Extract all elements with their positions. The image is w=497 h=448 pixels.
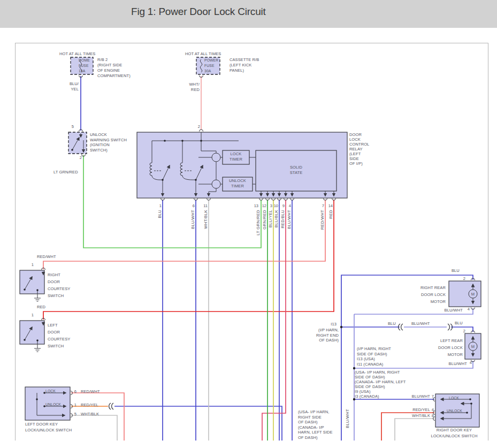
solid-state-label: SOLID STATE — [256, 165, 337, 176]
left-rear-motor-label: LEFT REAR DOOR LOCK MOTOR — [423, 337, 463, 358]
ignition-pin-in: 5 — [69, 124, 74, 129]
left-courtesy-label: LEFT DOOR COURTESY SWITCH — [48, 322, 70, 350]
unlock-warning-switch-label: UNLOCK WARNING SWITCH (IGNITION SWITCH) — [90, 132, 127, 153]
wire-label-vertical: BLU — [157, 210, 162, 218]
wire-label-vertical: RED/WHT — [320, 210, 325, 230]
wire-label-vertical: BLU/WHT — [287, 210, 292, 229]
right-courtesy-pin: 1 — [29, 262, 34, 267]
left-courtesy-pin: 1 — [29, 313, 34, 317]
wire-label-blu-wht: BLU/WHT — [411, 321, 430, 326]
ignition-pin-out: 2 — [77, 155, 82, 160]
motor-pin: 4 — [465, 307, 470, 312]
diagram-frame: HOT AT ALL TIMES DOME FUSE 15A R/B 2 (RI… — [15, 43, 488, 441]
wire-label-vertical: RED — [328, 210, 333, 219]
left-key-pin: 6 — [72, 389, 77, 394]
left-key-switch-label: LEFT DOOR KEY LOCK/UNLOCK SWITCH — [25, 422, 72, 433]
right-rear-motor-label: RIGHT REAR DOOR LOCK MOTOR — [407, 284, 446, 305]
wire-label-vertical: GRN/RED — [262, 210, 267, 230]
motor-m: M — [471, 344, 475, 350]
right-key-unlock-label: UNLOCK — [447, 408, 462, 414]
relay-pin-number: 11 — [203, 203, 208, 208]
harness-note: (I/P HARN, RIGHT SIDE OF DASH) I13 (USA)… — [357, 346, 391, 367]
wire-wht-blk-left-key — [71, 415, 117, 441]
wire-label-blu: BLU — [455, 321, 463, 326]
lock-timer-label: LOCK TIMER — [223, 151, 249, 162]
hot-at-all-times-label: HOT AT ALL TIMES — [59, 51, 95, 57]
dome-fuse-location: R/B 2 (RIGHT SIDE OF ENGINE COMPARTMENT) — [97, 57, 131, 79]
wire-label: RED/YEL — [404, 407, 430, 413]
relay-pin-number: 1 — [157, 203, 162, 208]
relay-pin-number: 10 — [273, 203, 278, 208]
right-courtesy-label: RIGHT DOOR COURTESY SWITCH — [48, 271, 70, 299]
wire-red-blu-pin9 — [262, 200, 286, 441]
left-courtesy-switch-box — [20, 321, 44, 344]
wire-label-vertical: BLU/WHT — [345, 409, 350, 428]
right-key-pin: 4 — [430, 407, 434, 412]
right-key-pin: 8 — [430, 413, 434, 418]
unlock-timer-label: UNLOCK TIMER — [223, 178, 253, 189]
left-key-pin: 5 — [72, 412, 77, 416]
unlock-warning-switch-box — [68, 132, 87, 154]
relay-pin-number: 7 — [319, 203, 324, 208]
wire-label-blu-wht: BLU/WHT — [435, 308, 463, 313]
connector-symbol — [109, 403, 113, 409]
internal-schematic — [25, 59, 477, 419]
relay-pin-number: 12 — [262, 203, 266, 208]
wire-label-blu: BLU — [452, 268, 460, 274]
dome-fuse-label: DOME FUSE 15A — [79, 58, 90, 74]
wht-blk-wires — [71, 200, 434, 441]
harness-note: (USA- I/P HARN, RIGHT SIDE OF DASH) (CAN… — [355, 370, 406, 399]
relay-label: DOOR LOCK CONTROL RELAY (LEFT SIDE OF I/… — [349, 132, 369, 166]
connector-i13-label: I13 — [320, 322, 337, 327]
wire-label-red: RED — [37, 305, 45, 310]
wire-label-blu: BLU — [388, 321, 396, 326]
wire-label-vertical: BLU/BLK — [274, 210, 279, 227]
wire-label-vertical: BLU/WHT — [190, 210, 195, 229]
figure-title-bar: Fig 1: Power Door Lock Circuit — [0, 0, 497, 28]
left-key-lock-label: LOCK — [45, 389, 56, 394]
right-key-lock-label: LOCK — [449, 396, 459, 401]
power-fuse-label: POWER FUSE 30A — [204, 58, 218, 74]
motor-pin: 2 — [461, 276, 465, 281]
relay-pin-number: 14 — [328, 203, 333, 208]
wiring-diagram-svg — [15, 43, 488, 441]
wire-label-wht-red: WHT/ RED — [186, 82, 200, 92]
wire-label-vertical: RED/BLU — [280, 210, 285, 229]
relay-pin-number: 9 — [280, 203, 285, 208]
wire-label: WHT/BLK — [404, 413, 430, 419]
blu-wires — [81, 76, 473, 441]
relay-pin-in: 2 — [195, 124, 200, 129]
wire-label-blu-yel: BLU/ YEL — [65, 81, 79, 92]
wire-label: RED/WHT — [81, 389, 100, 394]
left-key-unlock-label: UNLOCK — [45, 402, 61, 407]
wire-red-wht-left-key — [71, 393, 124, 441]
relay-pin-number: 13 — [254, 203, 258, 208]
hot-at-all-times-label: HOT AT ALL TIMES — [185, 51, 221, 57]
wire-label-lt-grn-red: LT GRN/RED — [53, 170, 78, 175]
wire-blu-from-connector — [114, 406, 282, 441]
wire-label: BLU/WHT — [403, 394, 430, 399]
wire-label-vertical: WHT/BLK — [203, 210, 208, 229]
motor-pin: 2 — [461, 329, 465, 333]
page: { "header": { "title": "Fig 1: Power Doo… — [0, 0, 497, 448]
wire-label-blu-wht: BLU/WHT — [439, 361, 467, 367]
relay-pin-number: 3 — [267, 203, 272, 208]
power-fuse-location: CASSETTE R/B (LEFT KICK PANEL) — [230, 57, 259, 73]
relay-pin-number: 4 — [286, 203, 291, 208]
wire-label: RED/YEL — [81, 403, 98, 408]
red-blu-wires — [262, 200, 286, 441]
right-rear-motor-box — [449, 281, 481, 307]
wire-label-vertical: LT GRN/RED — [256, 210, 261, 236]
wire-label-red-wht: RED/WHT — [37, 254, 56, 260]
harness-note: (USA- I/P HARN, RIGHT SIDE OF DASH) (CAN… — [298, 409, 333, 440]
connector-i13-location: (I/P HARN, RIGHT END OF DASH) — [298, 328, 339, 343]
right-key-switch-label: RIGHT DOOR KEY LOCK/UNLOCK SWITCH — [424, 428, 484, 439]
left-key-pin: 1 — [72, 403, 77, 407]
motor-m: M — [471, 292, 475, 297]
diagram-canvas: HOT AT ALL TIMES DOME FUSE 15A R/B 2 (RI… — [15, 43, 488, 441]
figure-title: Fig 1: Power Door Lock Circuit — [131, 6, 266, 18]
wire-label: WHT/BLK — [81, 412, 99, 417]
relay-pin-number: 6 — [190, 203, 195, 208]
right-courtesy-switch-box — [20, 270, 44, 294]
motor-pin: 4 — [467, 360, 472, 365]
